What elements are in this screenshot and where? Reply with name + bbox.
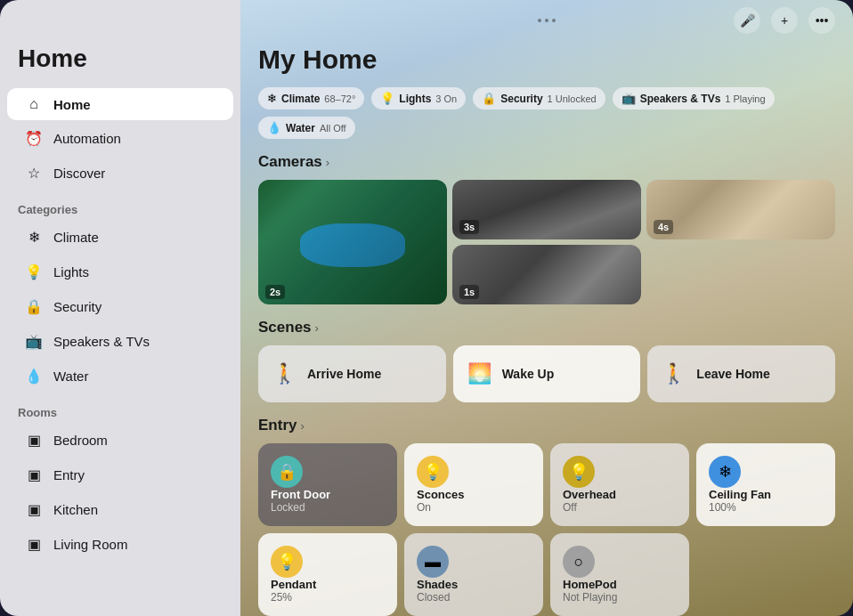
speakers-pill-icon: 📺 [621, 92, 636, 105]
sidebar: Home ⌂ Home ⏰ Automation ☆ Discover Cate… [0, 0, 240, 616]
scene-leave-home[interactable]: 🚶 Leave Home [647, 345, 835, 402]
sidebar-item-automation[interactable]: ⏰ Automation [7, 122, 233, 155]
sconces-info: Sconces On [417, 488, 531, 514]
more-button[interactable]: ••• [808, 7, 835, 34]
sidebar-title: Home [0, 45, 240, 87]
entry-section-label: Entry [258, 417, 297, 434]
scene-arrive-home[interactable]: 🚶 Arrive Home [258, 345, 446, 402]
front-door-label: Front Door [271, 488, 385, 501]
sidebar-item-security[interactable]: 🔒 Security [7, 290, 233, 323]
water-icon: 💧 [25, 368, 43, 385]
main-content: 🎤 + ••• My Home ❄ Climate 68–72° 💡 Light… [240, 0, 853, 616]
camera-timer-4: 1s [459, 285, 479, 299]
shades-label: Shades [417, 578, 531, 591]
top-bar: 🎤 + ••• [240, 7, 853, 34]
status-pills-row: ❄ Climate 68–72° 💡 Lights 3 On 🔒 Securit… [258, 87, 835, 139]
sidebar-item-home[interactable]: ⌂ Home [7, 88, 233, 120]
sidebar-item-entry[interactable]: ▣ Entry [7, 458, 233, 491]
page-title: My Home [258, 45, 835, 75]
rooms-section-title: Rooms [0, 393, 240, 423]
voice-button[interactable]: 🎤 [734, 7, 760, 34]
camera-timer-2: 3s [459, 220, 479, 234]
scene-wake-up[interactable]: 🌅 Wake Up [453, 345, 641, 402]
entry-chevron-icon: › [300, 419, 304, 433]
wake-up-icon: 🌅 [467, 362, 491, 385]
sidebar-item-living-room[interactable]: ▣ Living Room [7, 528, 233, 561]
shades-status: Closed [417, 591, 531, 604]
device-pendant[interactable]: 💡 Pendant 25% [258, 533, 397, 616]
sidebar-item-discover[interactable]: ☆ Discover [7, 157, 233, 190]
device-ceiling-fan[interactable]: ❄ Ceiling Fan 100% [696, 443, 835, 526]
lights-pill-icon: 💡 [380, 92, 394, 105]
dot-2 [545, 19, 548, 22]
bedroom-icon: ▣ [25, 432, 43, 449]
automation-icon: ⏰ [25, 130, 43, 147]
device-shades[interactable]: ▬ Shades Closed [404, 533, 543, 616]
overhead-icon: 💡 [563, 456, 595, 488]
homepod-info: HomePod Not Playing [563, 578, 677, 604]
cameras-section-label: Cameras [258, 153, 322, 171]
add-button[interactable]: + [771, 7, 798, 34]
living-room-icon: ▣ [25, 536, 43, 553]
entry-icon: ▣ [25, 466, 43, 483]
home-icon: ⌂ [25, 96, 43, 112]
scenes-grid: 🚶 Arrive Home 🌅 Wake Up 🚶 Leave Home [258, 345, 835, 402]
camera-feed-2[interactable]: 3s [452, 180, 641, 239]
dot-1 [538, 19, 541, 22]
pendant-label: Pendant [271, 578, 385, 591]
cameras-grid: 2s 3s 4s 1s [258, 180, 835, 304]
leave-home-icon: 🚶 [662, 362, 686, 385]
homepod-label: HomePod [563, 578, 677, 591]
ceiling-fan-label: Ceiling Fan [709, 488, 823, 501]
app-container: Home ⌂ Home ⏰ Automation ☆ Discover Cate… [0, 0, 853, 616]
front-door-status: Locked [271, 501, 385, 514]
homepod-status: Not Playing [563, 591, 677, 604]
device-overhead[interactable]: 💡 Overhead Off [550, 443, 689, 526]
camera-feed-3[interactable]: 4s [646, 180, 835, 239]
overhead-status: Off [563, 501, 677, 514]
device-front-door[interactable]: 🔒 Front Door Locked [258, 443, 397, 526]
shades-info: Shades Closed [417, 578, 531, 604]
wake-up-label: Wake Up [502, 367, 555, 381]
scenes-section-header[interactable]: Scenes › [258, 319, 835, 336]
sconces-label: Sconces [417, 488, 531, 501]
camera-timer-3: 4s [654, 220, 673, 234]
scenes-section-label: Scenes [258, 319, 312, 336]
shades-icon: ▬ [417, 546, 449, 578]
sidebar-item-kitchen[interactable]: ▣ Kitchen [7, 493, 233, 526]
ceiling-fan-status: 100% [709, 501, 823, 514]
main-scroll-area: My Home ❄ Climate 68–72° 💡 Lights 3 On 🔒… [240, 0, 853, 616]
overhead-label: Overhead [563, 488, 677, 501]
camera-timer-1: 2s [265, 285, 285, 299]
arrive-home-label: Arrive Home [307, 367, 381, 381]
ceiling-fan-icon: ❄ [709, 456, 741, 488]
sidebar-item-speakers[interactable]: 📺 Speakers & TVs [7, 325, 233, 358]
entry-section-header[interactable]: Entry › [258, 417, 835, 434]
pendant-info: Pendant 25% [271, 578, 385, 604]
cameras-section-header[interactable]: Cameras › [258, 153, 835, 171]
sidebar-item-lights[interactable]: 💡 Lights [7, 255, 233, 288]
climate-pill-icon: ❄ [267, 92, 277, 105]
discover-icon: ☆ [25, 165, 43, 182]
status-pill-security[interactable]: 🔒 Security 1 Unlocked [473, 87, 605, 109]
kitchen-icon: ▣ [25, 501, 43, 518]
sidebar-item-climate[interactable]: ❄ Climate [7, 221, 233, 254]
homepod-icon: ○ [563, 546, 595, 578]
device-homepod[interactable]: ○ HomePod Not Playing [550, 533, 689, 616]
dot-3 [552, 19, 556, 22]
status-pill-climate[interactable]: ❄ Climate 68–72° [258, 87, 364, 109]
front-door-info: Front Door Locked [271, 488, 385, 514]
security-icon: 🔒 [25, 298, 43, 315]
lights-icon: 💡 [25, 263, 43, 280]
arrive-home-icon: 🚶 [272, 362, 297, 385]
status-pill-lights[interactable]: 💡 Lights 3 On [371, 87, 466, 109]
sidebar-item-water[interactable]: 💧 Water [7, 360, 233, 393]
status-pill-speakers[interactable]: 📺 Speakers & TVs 1 Playing [613, 87, 775, 109]
status-pill-water[interactable]: 💧 Water All Off [258, 117, 355, 139]
categories-section-title: Categories [0, 190, 240, 220]
camera-feed-1[interactable]: 2s [258, 180, 447, 304]
sidebar-item-bedroom[interactable]: ▣ Bedroom [7, 424, 233, 457]
camera-feed-4[interactable]: 1s [452, 245, 641, 304]
top-dots-indicator [538, 19, 556, 22]
device-sconces[interactable]: 💡 Sconces On [404, 443, 543, 526]
